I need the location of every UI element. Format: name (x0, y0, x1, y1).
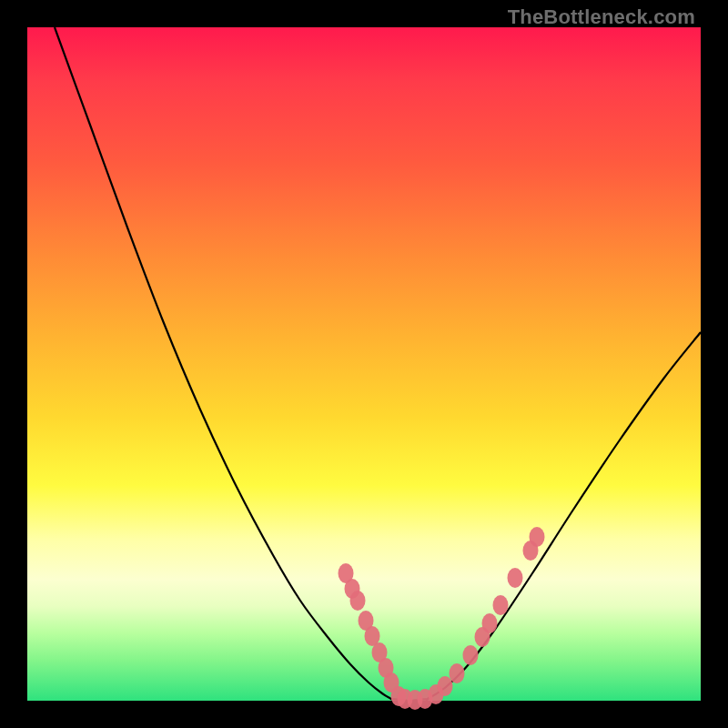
bottleneck-curve-path (55, 27, 701, 701)
chart-frame (27, 27, 701, 701)
bottleneck-marker-dot (438, 676, 453, 696)
bottleneck-marker-dot (450, 663, 465, 683)
watermark-text: TheBottleneck.com (508, 5, 695, 29)
bottleneck-curve-svg (27, 27, 701, 701)
bottleneck-marker-dot (463, 645, 479, 665)
bottleneck-curve (55, 27, 701, 701)
bottleneck-marker-dot (482, 613, 498, 633)
bottleneck-marker-dot (508, 568, 523, 588)
bottleneck-marker-dot (350, 591, 366, 611)
bottleneck-marker-dot (493, 595, 509, 615)
bottleneck-marker-dot (530, 527, 545, 547)
